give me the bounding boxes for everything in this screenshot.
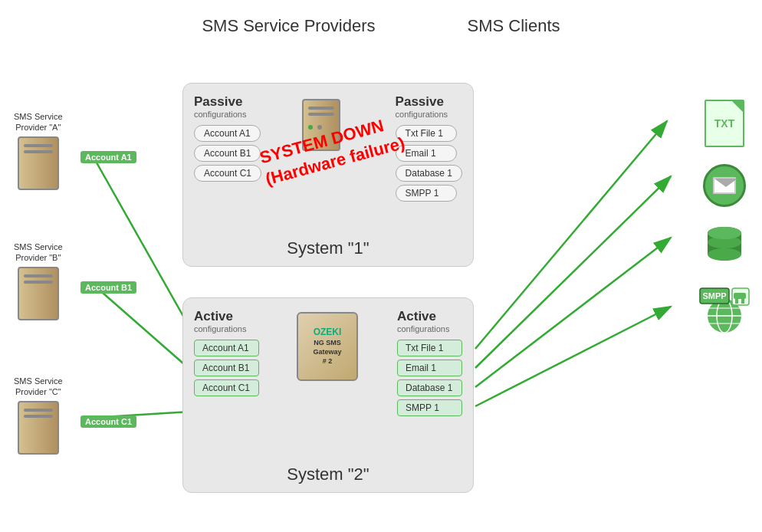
system2-txtfile: Txt File 1 bbox=[397, 340, 462, 356]
system1-account-c1: Account C1 bbox=[194, 165, 261, 182]
system1-txtfile: Txt File 1 bbox=[396, 125, 457, 142]
provider-c-badge: Account C1 bbox=[80, 415, 136, 428]
system1-box: Passive configurations Account A1 Accoun… bbox=[182, 83, 474, 267]
clients-heading: SMS Clients bbox=[468, 15, 560, 38]
svg-line-6 bbox=[475, 238, 671, 387]
txt-label: TXT bbox=[714, 117, 734, 130]
system1-label: System "1" bbox=[183, 238, 473, 258]
providers-heading: SMS Service Providers bbox=[202, 15, 375, 38]
system1-database: Database 1 bbox=[396, 165, 462, 182]
provider-a-label: SMS ServiceProvider "A" bbox=[14, 111, 63, 133]
system1-account-a1: Account A1 bbox=[194, 125, 261, 142]
system2-label: System "2" bbox=[183, 465, 473, 484]
svg-text:SMPP: SMPP bbox=[702, 291, 726, 300]
svg-line-4 bbox=[475, 121, 667, 349]
system2-active-right-title: Active bbox=[397, 309, 462, 324]
provider-b-label: SMS ServiceProvider "B" bbox=[14, 241, 63, 264]
svg-line-7 bbox=[475, 307, 671, 406]
txt-file-icon: TXT bbox=[705, 100, 744, 147]
system2-active-left-title: Active bbox=[194, 309, 259, 324]
system1-config-right-sub: configurations bbox=[396, 110, 462, 119]
email-envelope bbox=[713, 177, 736, 194]
system2-smpp: SMPP 1 bbox=[397, 399, 462, 416]
smpp-icon: SMPP bbox=[698, 287, 751, 339]
right-icons: TXT SMPP bbox=[698, 100, 751, 339]
svg-rect-23 bbox=[734, 293, 746, 299]
system1-passive-right-title: Passive bbox=[396, 94, 462, 110]
provider-c: SMS ServiceProvider "C" bbox=[14, 376, 63, 455]
provider-b-badge: Account B1 bbox=[80, 281, 136, 294]
system2-config-right-sub: configurations bbox=[397, 324, 462, 333]
database-icon bbox=[703, 224, 746, 270]
system2-box: Active configurations Account A1 Account… bbox=[182, 297, 474, 493]
system1-config-left-sub: configurations bbox=[194, 110, 261, 119]
top-headings: SMS Service Providers SMS Clients bbox=[0, 15, 762, 38]
provider-c-label: SMS ServiceProvider "C" bbox=[14, 376, 63, 398]
provider-a-badge: Account A1 bbox=[80, 151, 136, 163]
system2-account-a1: Account A1 bbox=[194, 340, 259, 356]
system2-ozeki-server: OZEKI NG SMSGateway# 2 bbox=[297, 312, 358, 381]
provider-b: SMS ServiceProvider "B" bbox=[14, 241, 63, 320]
svg-line-5 bbox=[475, 176, 671, 368]
system2-account-b1: Account B1 bbox=[194, 360, 259, 376]
system2-account-c1: Account C1 bbox=[194, 379, 259, 396]
provider-a: SMS ServiceProvider "A" bbox=[14, 111, 63, 190]
svg-point-12 bbox=[708, 227, 741, 239]
system1-account-b1: Account B1 bbox=[194, 145, 261, 162]
system1-smpp: SMPP 1 bbox=[396, 185, 457, 202]
email-icon bbox=[703, 164, 746, 207]
system2-config-left-sub: configurations bbox=[194, 324, 259, 333]
svg-point-10 bbox=[708, 248, 741, 261]
system1-passive-left-title: Passive bbox=[194, 94, 261, 110]
system2-database: Database 1 bbox=[397, 379, 462, 396]
system2-email: Email 1 bbox=[397, 360, 462, 376]
